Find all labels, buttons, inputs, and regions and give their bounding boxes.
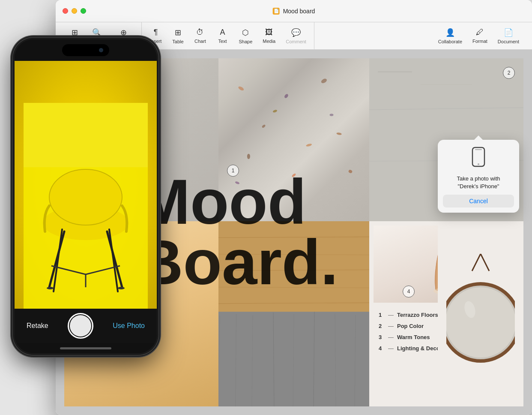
use-photo-button[interactable]: Use Photo [113, 322, 145, 330]
table-button[interactable]: ⊞ Table [167, 25, 188, 47]
window-title-text: Mood board [283, 8, 315, 15]
collaborate-icon: 👤 [445, 28, 455, 37]
text-button[interactable]: A Text [212, 25, 233, 46]
comment-label: Comment [286, 39, 306, 44]
comment-button[interactable]: 💬 Comment [281, 25, 311, 47]
format-icon: 🖊 [476, 28, 484, 37]
document-label: Document [498, 39, 519, 44]
iphone-screen: Retake Use Photo [15, 39, 157, 353]
text-label: Text [218, 39, 227, 44]
popup-cancel-button[interactable]: Cancel [443, 195, 514, 208]
list-text-4: Lighting & Decor [397, 343, 442, 354]
svg-point-4 [247, 154, 250, 159]
svg-line-37 [481, 254, 489, 271]
dynamic-island [62, 44, 109, 56]
cell-terrazzo [218, 58, 369, 221]
svg-line-36 [472, 254, 481, 271]
mirror-image [438, 221, 523, 406]
badge-2-label: 2 [508, 70, 511, 76]
svg-point-5 [291, 173, 296, 177]
iphone-frame: Retake Use Photo [13, 38, 158, 355]
svg-point-43 [478, 163, 479, 165]
toolbar-group-insert: ¶ Insert ⊞ Table ⏱ Chart A Text ⬡ Shape … [142, 22, 314, 49]
list-dash-1: — [388, 310, 394, 321]
list-dash-2: — [388, 321, 394, 332]
svg-rect-15 [378, 71, 412, 72]
svg-point-11 [235, 181, 240, 185]
svg-point-39 [446, 287, 515, 358]
traffic-lights [63, 8, 86, 14]
photo-popup: Take a photo with "Derek's iPhone" Cance… [438, 140, 519, 213]
toolbar-group-right: 👤 Collaborate 🖊 Format 📄 Document [430, 22, 527, 49]
media-label: Media [263, 39, 275, 44]
badge-2: 2 [503, 67, 515, 79]
svg-point-56 [118, 287, 125, 289]
iphone-camera-preview [15, 61, 157, 309]
chair-photo [15, 61, 157, 309]
svg-point-47 [49, 169, 122, 225]
home-bar [60, 347, 111, 349]
document-button[interactable]: 📄 Document [493, 25, 523, 47]
table-label: Table [172, 39, 183, 44]
list-text-3: Warm Tones [397, 332, 430, 343]
window-title: 📄 Mood board [273, 8, 315, 15]
list-dash-4: — [388, 343, 394, 354]
front-camera [99, 48, 103, 52]
list-num-1: 1 [379, 310, 385, 321]
chart-button[interactable]: ⏱ Chart [190, 25, 210, 46]
iphone-top-bar [15, 39, 157, 61]
svg-point-6 [348, 169, 353, 174]
badge-1: 1 [227, 165, 239, 177]
table-icon: ⊞ [175, 28, 181, 37]
collaborate-button[interactable]: 👤 Collaborate [434, 25, 466, 47]
cell-wood-rug [218, 221, 369, 406]
shutter-button[interactable] [68, 313, 93, 339]
cell-lamp-list: 1 — Terrazzo Floors 2 — Pop Color 3 — [369, 221, 523, 406]
badge-4: 4 [403, 286, 415, 298]
svg-point-55 [47, 287, 54, 289]
svg-point-3 [336, 132, 342, 135]
media-button[interactable]: 🖼 Media [258, 25, 280, 46]
list-num-2: 2 [379, 321, 385, 332]
svg-point-9 [284, 93, 289, 99]
svg-point-7 [262, 124, 266, 129]
svg-rect-42 [475, 149, 482, 150]
list-text-1: Terrazzo Floors [397, 310, 438, 321]
chart-label: Chart [194, 39, 206, 44]
document-icon: 📄 [504, 28, 513, 37]
list-text-2: Pop Color [397, 321, 424, 332]
collaborate-label: Collaborate [438, 39, 462, 44]
iphone-bottom-controls: Retake Use Photo [15, 309, 157, 343]
iphone-overlay: Retake Use Photo [0, 21, 163, 415]
phone-icon [471, 147, 486, 171]
media-icon: 🖼 [265, 28, 273, 37]
text-icon: A [220, 28, 225, 37]
comment-icon: 💬 [291, 28, 301, 37]
svg-point-10 [330, 114, 334, 116]
close-button[interactable] [63, 8, 68, 14]
title-bar: 📄 Mood board [56, 0, 532, 22]
fullscreen-button[interactable] [81, 8, 86, 14]
minimize-button[interactable] [72, 8, 77, 14]
svg-point-2 [320, 78, 328, 84]
chart-icon: ⏱ [196, 28, 204, 37]
svg-rect-16 [421, 84, 472, 85]
home-indicator [15, 343, 157, 353]
badge-4-label: 4 [407, 289, 410, 295]
format-label: Format [472, 39, 487, 44]
svg-point-0 [238, 86, 245, 91]
retake-button[interactable]: Retake [27, 322, 48, 330]
svg-point-1 [272, 109, 278, 113]
list-dash-3: — [388, 332, 394, 343]
list-num-4: 4 [379, 343, 385, 354]
badge-1-label: 1 [232, 168, 235, 174]
format-button[interactable]: 🖊 Format [468, 25, 492, 46]
list-num-3: 3 [379, 332, 385, 343]
shape-label: Shape [239, 39, 252, 44]
pages-app-icon: 📄 [273, 8, 280, 15]
svg-point-8 [306, 143, 312, 147]
svg-rect-17 [218, 221, 369, 312]
shape-icon: ⬡ [242, 28, 249, 37]
popup-take-photo-text: Take a photo with "Derek's iPhone" [457, 175, 500, 190]
shape-button[interactable]: ⬡ Shape [234, 25, 257, 47]
